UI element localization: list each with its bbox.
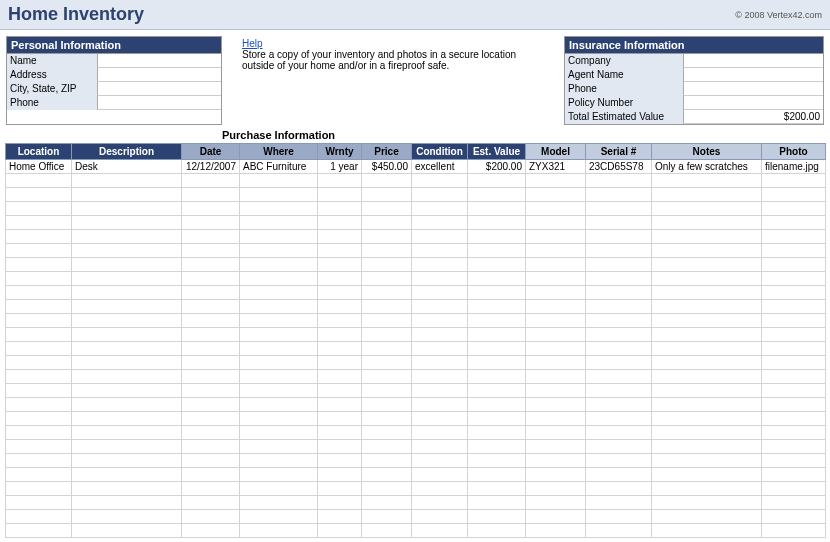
- cell-location[interactable]: [6, 328, 72, 342]
- cell-description[interactable]: [72, 216, 182, 230]
- cell-condition[interactable]: [412, 524, 468, 538]
- cell-serial[interactable]: 23CD65S78: [586, 160, 652, 174]
- cell-condition[interactable]: [412, 258, 468, 272]
- cell-est_value[interactable]: [468, 496, 526, 510]
- cell-price[interactable]: [362, 356, 412, 370]
- col-header-where[interactable]: Where: [240, 144, 318, 160]
- cell-model[interactable]: [526, 384, 586, 398]
- cell-notes[interactable]: [652, 328, 762, 342]
- cell-photo[interactable]: [762, 510, 826, 524]
- cell-model[interactable]: [526, 482, 586, 496]
- cell-serial[interactable]: [586, 258, 652, 272]
- col-header-photo[interactable]: Photo: [762, 144, 826, 160]
- cell-est_value[interactable]: [468, 356, 526, 370]
- cell-location[interactable]: [6, 384, 72, 398]
- cell-est_value[interactable]: [468, 454, 526, 468]
- cell-location[interactable]: [6, 216, 72, 230]
- cell-model[interactable]: [526, 258, 586, 272]
- cell-photo[interactable]: [762, 174, 826, 188]
- cell-condition[interactable]: [412, 440, 468, 454]
- cell-price[interactable]: [362, 258, 412, 272]
- cell-est_value[interactable]: [468, 440, 526, 454]
- cell-model[interactable]: [526, 454, 586, 468]
- cell-condition[interactable]: [412, 356, 468, 370]
- cell-model[interactable]: [526, 272, 586, 286]
- cell-where[interactable]: [240, 398, 318, 412]
- cell-wrnty[interactable]: [318, 174, 362, 188]
- cell-condition[interactable]: [412, 342, 468, 356]
- cell-description[interactable]: [72, 468, 182, 482]
- cell-wrnty[interactable]: [318, 524, 362, 538]
- cell-location[interactable]: [6, 244, 72, 258]
- cell-where[interactable]: [240, 230, 318, 244]
- cell-condition[interactable]: [412, 412, 468, 426]
- cell-condition[interactable]: [412, 384, 468, 398]
- cell-date[interactable]: [182, 384, 240, 398]
- cell-description[interactable]: [72, 356, 182, 370]
- cell-serial[interactable]: [586, 454, 652, 468]
- cell-location[interactable]: [6, 510, 72, 524]
- cell-photo[interactable]: [762, 440, 826, 454]
- cell-date[interactable]: [182, 482, 240, 496]
- cell-est_value[interactable]: [468, 188, 526, 202]
- cell-model[interactable]: [526, 286, 586, 300]
- cell-photo[interactable]: [762, 202, 826, 216]
- cell-location[interactable]: [6, 356, 72, 370]
- field-value[interactable]: [97, 96, 221, 110]
- cell-date[interactable]: [182, 328, 240, 342]
- cell-where[interactable]: [240, 202, 318, 216]
- cell-serial[interactable]: [586, 482, 652, 496]
- cell-price[interactable]: [362, 426, 412, 440]
- col-header-model[interactable]: Model: [526, 144, 586, 160]
- field-value[interactable]: $200.00: [683, 110, 823, 124]
- cell-est_value[interactable]: [468, 244, 526, 258]
- cell-where[interactable]: [240, 496, 318, 510]
- cell-model[interactable]: [526, 398, 586, 412]
- cell-serial[interactable]: [586, 356, 652, 370]
- cell-condition[interactable]: [412, 286, 468, 300]
- cell-price[interactable]: [362, 496, 412, 510]
- cell-where[interactable]: [240, 384, 318, 398]
- cell-serial[interactable]: [586, 468, 652, 482]
- cell-price[interactable]: [362, 314, 412, 328]
- cell-condition[interactable]: [412, 272, 468, 286]
- cell-wrnty[interactable]: [318, 454, 362, 468]
- cell-price[interactable]: [362, 244, 412, 258]
- cell-date[interactable]: [182, 454, 240, 468]
- cell-location[interactable]: [6, 426, 72, 440]
- cell-photo[interactable]: [762, 426, 826, 440]
- cell-description[interactable]: [72, 482, 182, 496]
- cell-condition[interactable]: [412, 426, 468, 440]
- cell-serial[interactable]: [586, 412, 652, 426]
- cell-date[interactable]: [182, 398, 240, 412]
- cell-wrnty[interactable]: [318, 300, 362, 314]
- cell-notes[interactable]: [652, 300, 762, 314]
- cell-model[interactable]: [526, 244, 586, 258]
- cell-photo[interactable]: [762, 468, 826, 482]
- cell-condition[interactable]: excellent: [412, 160, 468, 174]
- cell-description[interactable]: [72, 286, 182, 300]
- cell-price[interactable]: [362, 272, 412, 286]
- cell-price[interactable]: [362, 384, 412, 398]
- cell-location[interactable]: [6, 454, 72, 468]
- cell-description[interactable]: [72, 258, 182, 272]
- cell-photo[interactable]: [762, 216, 826, 230]
- cell-price[interactable]: [362, 454, 412, 468]
- cell-price[interactable]: [362, 398, 412, 412]
- cell-photo[interactable]: [762, 272, 826, 286]
- cell-condition[interactable]: [412, 202, 468, 216]
- cell-notes[interactable]: [652, 370, 762, 384]
- cell-wrnty[interactable]: [318, 482, 362, 496]
- cell-notes[interactable]: [652, 342, 762, 356]
- cell-date[interactable]: [182, 510, 240, 524]
- cell-notes[interactable]: [652, 468, 762, 482]
- cell-where[interactable]: [240, 468, 318, 482]
- cell-model[interactable]: [526, 174, 586, 188]
- cell-notes[interactable]: [652, 454, 762, 468]
- cell-location[interactable]: [6, 174, 72, 188]
- col-header-location[interactable]: Location: [6, 144, 72, 160]
- cell-wrnty[interactable]: [318, 272, 362, 286]
- cell-serial[interactable]: [586, 174, 652, 188]
- cell-date[interactable]: [182, 286, 240, 300]
- cell-photo[interactable]: [762, 300, 826, 314]
